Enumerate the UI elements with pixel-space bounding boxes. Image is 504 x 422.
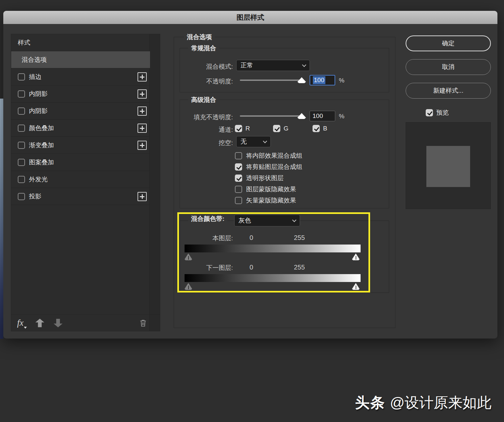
- styles-sidebar: 样式 混合选项 描边 内阴影 内阴影 颜色叠加 渐变叠加: [11, 34, 160, 331]
- this-layer-black-slider[interactable]: [185, 253, 192, 260]
- cancel-button[interactable]: 取消: [406, 59, 491, 75]
- checkbox[interactable]: [313, 125, 320, 132]
- fill-opacity-label: 填充不透明度:: [180, 113, 233, 122]
- add-inner-shadow-button[interactable]: [138, 89, 147, 99]
- opacity-slider-track[interactable]: [240, 80, 302, 81]
- add-drop-shadow-button[interactable]: [138, 192, 147, 201]
- blend-if-channel-dropdown[interactable]: 灰色: [234, 215, 300, 226]
- add-color-overlay-button[interactable]: [138, 124, 147, 133]
- watermark: 头条@设计原来如此: [355, 393, 491, 412]
- chevron-down-icon: [302, 63, 306, 67]
- option-blend-clipped-layers[interactable]: 将剪贴图层混合成组: [235, 163, 302, 171]
- underlying-layer-black-slider[interactable]: [185, 283, 192, 290]
- checkbox[interactable]: [235, 197, 242, 204]
- opacity-input[interactable]: 100: [310, 75, 335, 85]
- fx-menu-button[interactable]: fx: [17, 318, 24, 328]
- plus-icon: [139, 194, 145, 199]
- sidebar-footer: fx: [11, 315, 160, 331]
- checkbox[interactable]: [235, 175, 242, 182]
- fill-opacity-slider-track[interactable]: [240, 115, 302, 117]
- channels-label: 通道:: [180, 126, 233, 134]
- checkbox[interactable]: [18, 142, 25, 149]
- knockout-label: 挖空:: [180, 139, 233, 147]
- caret-down-icon: [24, 327, 27, 329]
- knockout-dropdown[interactable]: 无: [236, 136, 271, 147]
- sidebar-item-stroke[interactable]: 描边: [11, 68, 150, 85]
- fill-opacity-input[interactable]: 100: [310, 111, 335, 121]
- opacity-label: 不透明度:: [180, 77, 233, 86]
- underlying-layer-label: 下一图层:: [180, 264, 233, 272]
- checkbox[interactable]: [235, 152, 242, 159]
- channel-b: B: [313, 125, 327, 132]
- general-blending-legend: 常规混合: [188, 44, 219, 53]
- option-layer-mask-hides-effects[interactable]: 图层蒙版隐藏效果: [235, 185, 296, 194]
- checkbox[interactable]: [235, 186, 242, 193]
- percent-sign: %: [339, 113, 344, 120]
- checkbox[interactable]: [18, 90, 25, 98]
- this-layer-max-value: 255: [294, 234, 305, 242]
- sidebar-item-gradient-overlay[interactable]: 渐变叠加: [11, 137, 150, 154]
- blend-mode-dropdown[interactable]: 正常: [236, 60, 310, 71]
- this-layer-label: 本图层:: [180, 234, 233, 243]
- sidebar-item-styles[interactable]: 样式: [11, 34, 150, 51]
- sidebar-item-inner-shadow[interactable]: 内阴影: [11, 85, 150, 103]
- underlying-layer-gradient-bar: [185, 274, 361, 282]
- blend-mode-label: 混合模式:: [180, 62, 233, 71]
- advanced-blending-group: 高级混合 填充不透明度: 100 % 通道: R G B 挖空:: [180, 100, 389, 208]
- move-effect-up-button[interactable]: [36, 319, 44, 327]
- preview-label: 预览: [436, 108, 449, 117]
- this-layer-white-slider[interactable]: [352, 253, 360, 260]
- percent-sign: %: [339, 77, 344, 84]
- add-inner-shadow-button[interactable]: [138, 106, 147, 116]
- sidebar-item-drop-shadow[interactable]: 投影: [11, 188, 150, 205]
- preview-swatch: [426, 146, 470, 187]
- this-layer-gradient-bar: [185, 245, 361, 252]
- option-vector-mask-hides-effects[interactable]: 矢量蒙版隐藏效果: [235, 196, 296, 205]
- checkbox[interactable]: [18, 176, 25, 183]
- ok-button[interactable]: 确定: [406, 35, 491, 51]
- plus-icon: [139, 91, 145, 97]
- watermark-handle: @设计原来如此: [390, 394, 491, 410]
- advanced-blending-legend: 高级混合: [188, 96, 219, 104]
- checkbox[interactable]: [235, 125, 242, 132]
- sidebar-item-pattern-overlay[interactable]: 图案叠加: [11, 154, 150, 171]
- add-gradient-overlay-button[interactable]: [138, 141, 147, 150]
- sidebar-item-color-overlay[interactable]: 颜色叠加: [11, 120, 150, 137]
- checkbox[interactable]: [18, 73, 25, 81]
- sidebar-item-outer-glow[interactable]: 外发光: [11, 171, 150, 188]
- underlying-layer-min-value: 0: [249, 264, 253, 271]
- background-canvas-sliver: [0, 99, 3, 339]
- sidebar-item-inner-shadow-2[interactable]: 内阴影: [11, 103, 150, 120]
- blend-if-group: 混合颜色带: 灰色 本图层: 0 255 下一图层: 0 255: [180, 221, 389, 293]
- new-style-button[interactable]: 新建样式...: [406, 83, 491, 99]
- chevron-down-icon: [263, 139, 267, 143]
- option-blend-interior-effects[interactable]: 将内部效果混合成组: [235, 152, 302, 160]
- option-transparency-shapes-layer[interactable]: 透明形状图层: [235, 174, 284, 182]
- plus-icon: [139, 74, 145, 80]
- blend-if-legend: 混合颜色带:: [188, 215, 227, 223]
- this-layer-min-value: 0: [249, 234, 253, 242]
- checkbox[interactable]: [235, 163, 242, 171]
- trash-icon: [139, 319, 147, 327]
- general-blending-group: 常规混合 混合模式: 正常 不透明度: 100 %: [180, 48, 389, 92]
- checkbox[interactable]: [18, 107, 25, 115]
- add-stroke-button[interactable]: [138, 72, 147, 82]
- preview-toggle[interactable]: 预览: [426, 108, 449, 117]
- checkbox[interactable]: [426, 109, 433, 116]
- dialog-titlebar[interactable]: 图层样式: [3, 11, 497, 24]
- sidebar-scroll-gutter[interactable]: [149, 34, 160, 331]
- dialog-title: 图层样式: [237, 13, 264, 22]
- checkbox[interactable]: [18, 159, 25, 166]
- underlying-layer-white-slider[interactable]: [352, 283, 360, 290]
- watermark-brand: 头条: [355, 394, 385, 410]
- checkbox[interactable]: [18, 193, 25, 200]
- chevron-down-icon: [292, 218, 296, 222]
- delete-effect-button[interactable]: [139, 319, 147, 327]
- checkbox[interactable]: [18, 125, 25, 132]
- channel-r: R: [235, 125, 250, 132]
- preview-panel: [406, 122, 491, 209]
- move-effect-down-button[interactable]: [54, 319, 63, 327]
- sidebar-item-blending-options[interactable]: 混合选项: [11, 51, 150, 68]
- underlying-layer-max-value: 255: [294, 264, 305, 271]
- checkbox[interactable]: [273, 125, 280, 132]
